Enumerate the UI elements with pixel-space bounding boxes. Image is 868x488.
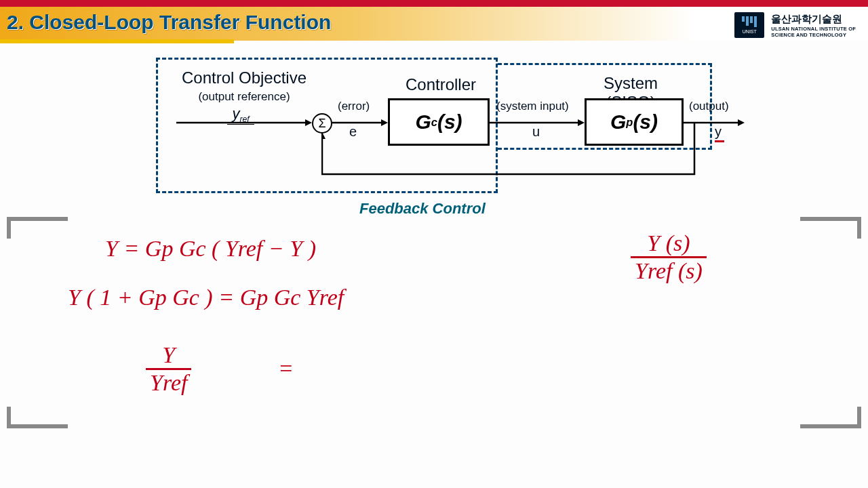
error-label: (error) (338, 100, 370, 113)
eq3-denominator: Yref (146, 368, 191, 396)
svg-marker-1 (305, 119, 312, 126)
eq3-numerator: Y (158, 342, 179, 368)
output-reference-label: (output reference) (176, 90, 312, 104)
logo-mark-text: UNIST (743, 29, 757, 34)
control-objective-label: Control Objective (176, 68, 312, 87)
bracket-br (800, 407, 861, 428)
svg-marker-8 (321, 132, 326, 139)
handwriting-eq3-equals: = (278, 356, 294, 382)
handwriting-eq1: Y = Gp Gc ( Yref − Y ) (105, 236, 316, 262)
handwriting-rhs-fraction: Y (s) Yref (s) (631, 230, 707, 284)
logo-english-2: SCIENCE AND TECHNOLOGY (771, 32, 856, 38)
feedback-control-label: Feedback Control (359, 200, 486, 218)
output-label: (output) (689, 100, 729, 113)
handwriting-eq3-lhs: Y Yref (146, 342, 191, 396)
logo-english-1: ULSAN NATIONAL INSTITUTE OF (771, 26, 856, 32)
title-underline (0, 39, 234, 43)
logo-korean: 울산과학기술원 (771, 13, 856, 26)
rhs-denominator: Yref (s) (631, 256, 707, 284)
bracket-tr (800, 217, 861, 239)
institution-logo: UNIST 울산과학기술원 ULSAN NATIONAL INSTITUTE O… (734, 12, 856, 38)
arrow-yref-to-sum (176, 117, 312, 131)
block-diagram: Control Objective (output reference) yre… (156, 58, 712, 200)
logo-mark: UNIST (734, 12, 764, 38)
system-input-label: (system input) (496, 100, 569, 113)
feedback-path (321, 123, 698, 184)
y-underline-mark (715, 140, 724, 142)
bracket-tl (7, 217, 68, 239)
controller-label: Controller (390, 75, 492, 94)
bracket-bl (7, 407, 68, 428)
svg-marker-7 (738, 119, 745, 126)
handwriting-eq2: Y ( 1 + Gp Gc ) = Gp Gc Yref (68, 285, 344, 310)
rhs-numerator: Y (s) (643, 230, 694, 256)
slide-title: 2. Closed-Loop Transfer Function (7, 11, 331, 34)
red-top-stripe (0, 0, 868, 7)
